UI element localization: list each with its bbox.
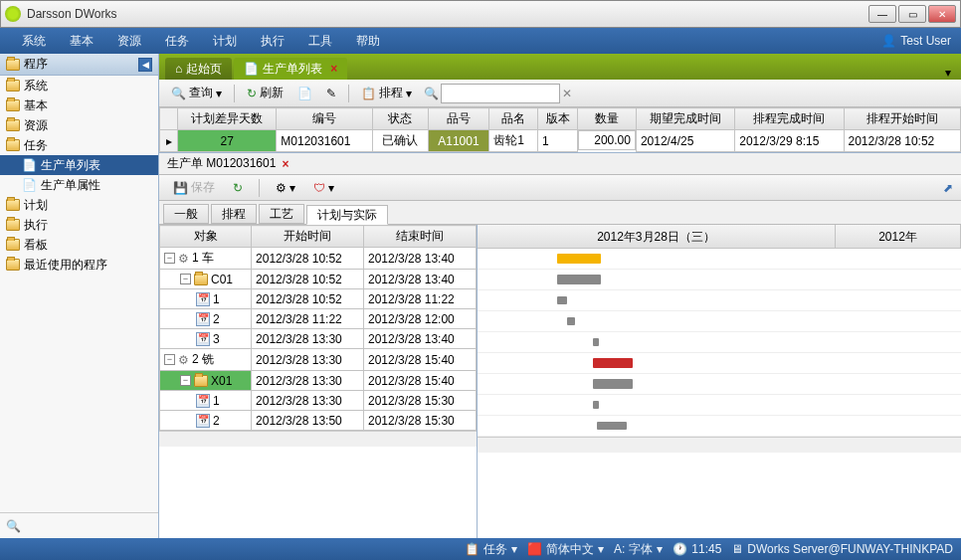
sidebar-item[interactable]: 执行	[0, 215, 158, 235]
menu-plan[interactable]: 计划	[201, 33, 249, 50]
sidebar-item[interactable]: 系统	[0, 76, 158, 95]
new-button[interactable]: 📄	[291, 85, 318, 102]
cell-start: 2012/3/28 10:52	[844, 130, 960, 152]
col-start[interactable]: 排程开始时间	[844, 108, 960, 130]
menu-help[interactable]: 帮助	[344, 33, 392, 50]
detail-row[interactable]: 12012/3/28 13:302012/3/28 15:30	[160, 391, 477, 411]
gantt-bar[interactable]	[593, 401, 599, 409]
detail-row[interactable]: 32012/3/28 13:302012/3/28 13:40	[160, 329, 477, 349]
status-time: 🕐 11:45	[673, 542, 721, 556]
sidebar-item[interactable]: 最近使用的程序	[0, 255, 158, 275]
menu-basic[interactable]: 基本	[58, 33, 105, 50]
popout-icon[interactable]: ⬈	[943, 181, 953, 195]
gantt-scrollbar[interactable]	[478, 437, 961, 453]
tree-toggle[interactable]: −	[164, 253, 175, 264]
tab-close-icon[interactable]: ×	[330, 62, 337, 76]
doc-close-icon[interactable]: ×	[282, 157, 288, 171]
sidebar-item-label: 生产单列表	[41, 157, 100, 174]
tab-home[interactable]: ⌂ 起始页	[165, 58, 232, 80]
col-name[interactable]: 品名	[489, 108, 538, 130]
detail-start: 2012/3/28 10:52	[252, 289, 364, 309]
detail-start: 2012/3/28 10:52	[252, 270, 364, 289]
tree-toggle[interactable]: −	[180, 274, 191, 284]
sidebar-item[interactable]: 资源	[0, 115, 158, 135]
sidebar-item[interactable]: 基本	[0, 95, 158, 115]
menu-task[interactable]: 任务	[153, 33, 201, 50]
doc-title: 生产单 M012031601	[167, 155, 276, 172]
col-diff[interactable]: 计划差异天数	[178, 108, 277, 130]
col-pn[interactable]: 品号	[428, 108, 489, 130]
calendar-icon	[196, 332, 210, 346]
dcol-end[interactable]: 结束时间	[364, 226, 477, 248]
subtab-schedule[interactable]: 排程	[211, 204, 257, 224]
gantt-bar[interactable]	[597, 422, 627, 430]
tree-toggle[interactable]: −	[180, 375, 191, 386]
gantt-bar[interactable]	[557, 296, 567, 304]
menu-tool[interactable]: 工具	[296, 33, 344, 50]
gantt-bar[interactable]	[593, 358, 633, 368]
status-task[interactable]: 📋 任务 ▾	[465, 541, 517, 558]
detail-scrollbar[interactable]	[159, 431, 477, 447]
schedule-label: 排程	[379, 85, 403, 101]
collapse-button[interactable]: ◀	[138, 58, 152, 72]
sidebar-item[interactable]: 任务	[0, 135, 158, 155]
menu-execute[interactable]: 执行	[249, 33, 296, 50]
gantt-bar[interactable]	[593, 379, 633, 389]
detail-row[interactable]: −X012012/3/28 13:302012/3/28 15:40	[160, 371, 477, 391]
clear-search-icon[interactable]: ✕	[562, 87, 572, 100]
subtab-plan-actual[interactable]: 计划与实际	[306, 205, 388, 225]
status-lang[interactable]: 🟥 简体中文 ▾	[527, 541, 604, 558]
col-ver[interactable]: 版本	[537, 108, 577, 130]
col-finish[interactable]: 排程完成时间	[735, 108, 844, 130]
cell-diff: 27	[178, 130, 277, 152]
gantt-bar[interactable]	[557, 275, 601, 284]
schedule-button[interactable]: 📋 排程 ▾	[355, 83, 418, 103]
gantt-bar[interactable]	[557, 254, 601, 264]
detail-row[interactable]: 22012/3/28 13:502012/3/28 15:30	[160, 411, 477, 431]
sidebar-item[interactable]: 📄生产单属性	[0, 175, 158, 195]
current-user[interactable]: 👤 Test User	[881, 34, 951, 48]
col-no[interactable]: 编号	[277, 108, 373, 130]
tree-toggle[interactable]: −	[164, 354, 175, 365]
sidebar-search[interactable]: 🔍	[0, 512, 158, 538]
menu-resource[interactable]: 资源	[105, 33, 153, 50]
doc-shield-button[interactable]: 🛡 ▾	[307, 179, 340, 197]
dcol-obj[interactable]: 对象	[160, 226, 252, 248]
query-button[interactable]: 🔍 查询 ▾	[165, 83, 228, 103]
sidebar-item[interactable]: 📄生产单列表	[0, 155, 158, 175]
detail-end: 2012/3/28 15:30	[364, 391, 477, 411]
tab-production-list[interactable]: 📄 生产单列表 ×	[234, 58, 347, 80]
close-button[interactable]: ✕	[928, 5, 956, 23]
subtab-general[interactable]: 一般	[163, 204, 209, 224]
refresh-button[interactable]: ↻ 刷新	[241, 83, 289, 103]
menu-system[interactable]: 系统	[10, 33, 58, 50]
gantt-bar[interactable]	[593, 338, 599, 346]
subtab-process[interactable]: 工艺	[259, 204, 304, 224]
detail-row[interactable]: −⚙1 车2012/3/28 10:522012/3/28 13:40	[160, 248, 477, 270]
detail-start: 2012/3/28 13:30	[252, 329, 364, 349]
minimize-button[interactable]: —	[868, 5, 896, 23]
save-button[interactable]: 💾 保存	[167, 177, 221, 198]
gantt-bar[interactable]	[567, 317, 575, 325]
edit-button[interactable]: ✎	[320, 85, 342, 102]
detail-row[interactable]: 22012/3/28 11:222012/3/28 12:00	[160, 309, 477, 329]
col-due[interactable]: 期望完成时间	[636, 108, 734, 130]
doc-action-button[interactable]: ⚙ ▾	[270, 179, 301, 197]
grid-row[interactable]: ▸ 27 M012031601 已确认 A11001 齿轮1 1 200.00 …	[160, 130, 961, 152]
col-status[interactable]: 状态	[373, 108, 428, 130]
status-server-label: DWorks Server@FUNWAY-THINKPAD	[747, 542, 953, 556]
dcol-start[interactable]: 开始时间	[252, 226, 364, 248]
detail-row[interactable]: 12012/3/28 10:522012/3/28 11:22	[160, 289, 477, 309]
sidebar-item[interactable]: 计划	[0, 195, 158, 215]
search-input[interactable]	[441, 84, 560, 103]
detail-start: 2012/3/28 13:30	[252, 349, 364, 371]
maximize-button[interactable]: ▭	[898, 5, 926, 23]
status-font[interactable]: A: 字体 ▾	[614, 541, 663, 558]
sidebar-item[interactable]: 看板	[0, 235, 158, 255]
tab-overflow-icon[interactable]: ▾	[945, 66, 955, 80]
detail-row[interactable]: −⚙2 铣2012/3/28 13:302012/3/28 15:40	[160, 349, 477, 371]
col-qty[interactable]: 数量	[578, 108, 637, 130]
detail-row[interactable]: −C012012/3/28 10:522012/3/28 13:40	[160, 270, 477, 289]
doc-refresh-button[interactable]: ↻	[227, 179, 249, 197]
gear-icon: ⚙	[178, 353, 189, 367]
